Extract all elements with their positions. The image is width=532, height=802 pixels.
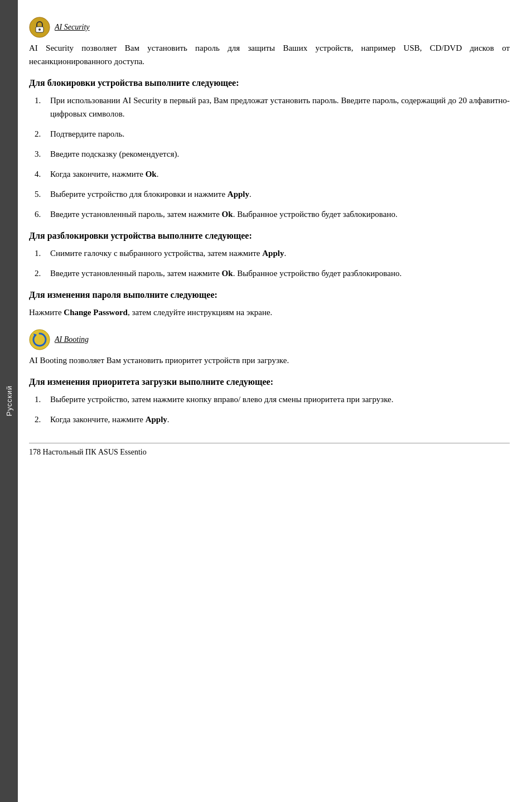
list-content: Выберите устройство, затем нажмите кнопк… <box>50 393 510 406</box>
list-item: 2. Введите установленный пароль, затем н… <box>35 267 510 280</box>
list-number: 2. <box>35 127 50 141</box>
sidebar-label: Русский <box>5 385 13 416</box>
change-password-text: Нажмите Change Password, затем следуйте … <box>29 306 510 319</box>
ai-booting-intro: AI Booting позволяет Вам установить прио… <box>29 354 510 367</box>
list-content: Снимите галочку с выбранного устройства,… <box>50 247 510 260</box>
list-number: 2. <box>35 267 50 280</box>
list-item: 1. Выберите устройство, затем нажмите кн… <box>35 393 510 406</box>
list-item: 2. Подтвердите пароль. <box>35 127 510 141</box>
list-number: 1. <box>35 94 50 120</box>
ai-booting-section: AI Booting AI Booting позволяет Вам уста… <box>29 329 510 426</box>
list-content: Подтвердите пароль. <box>50 127 510 141</box>
list-item: 3. Введите подсказку (рекомендуется). <box>35 147 510 161</box>
list-content: Когда закончите, нажмите Apply. <box>50 413 510 426</box>
unblock-heading: Для разблокировки устройства выполните с… <box>29 231 510 241</box>
svg-point-2 <box>38 28 41 31</box>
ai-booting-icon <box>29 329 50 350</box>
list-number: 4. <box>35 167 50 181</box>
block-steps-list: 1. При использовании AI Security в первы… <box>35 94 510 221</box>
list-item: 4. Когда закончите, нажмите Ok. <box>35 167 510 181</box>
list-content: При использовании AI Security в первый р… <box>50 94 510 120</box>
ai-security-section: AI Security AI Security позволяет Вам ус… <box>29 17 510 319</box>
boot-priority-heading: Для изменения приоритета загрузки выполн… <box>29 377 510 387</box>
ai-booting-icon-row: AI Booting <box>29 329 510 350</box>
list-number: 5. <box>35 187 50 201</box>
list-content: Выберите устройство для блокировки и наж… <box>50 187 510 201</box>
boot-steps-list: 1. Выберите устройство, затем нажмите кн… <box>35 393 510 426</box>
ai-security-label: AI Security <box>55 23 90 32</box>
list-number: 1. <box>35 247 50 260</box>
list-item: 6. Введите установленный пароль, затем н… <box>35 207 510 221</box>
footer-text: 178 Настольный ПК ASUS Essentio <box>29 448 147 456</box>
change-password-heading: Для изменения пароля выполните следующее… <box>29 290 510 300</box>
ai-security-icon-row: AI Security <box>29 17 510 38</box>
list-content: Когда закончите, нажмите Ok. <box>50 167 510 181</box>
ai-security-intro: AI Security позволяет Вам установить пар… <box>29 41 510 68</box>
ai-booting-label: AI Booting <box>55 335 89 344</box>
block-heading: Для блокировки устройства выполните след… <box>29 78 510 88</box>
main-content: AI Security AI Security позволяет Вам ус… <box>29 17 510 490</box>
footer: 178 Настольный ПК ASUS Essentio <box>29 443 510 457</box>
list-content: Введите установленный пароль, затем нажм… <box>50 267 510 280</box>
svg-point-3 <box>30 330 50 350</box>
list-number: 2. <box>35 413 50 426</box>
list-content: Введите подсказку (рекомендуется). <box>50 147 510 161</box>
sidebar: Русский <box>0 0 18 802</box>
ai-security-icon <box>29 17 50 38</box>
list-item: 2. Когда закончите, нажмите Apply. <box>35 413 510 426</box>
unblock-steps-list: 1. Снимите галочку с выбранного устройст… <box>35 247 510 280</box>
list-item: 1. При использовании AI Security в первы… <box>35 94 510 120</box>
list-number: 3. <box>35 147 50 161</box>
list-content: Введите установленный пароль, затем нажм… <box>50 207 510 221</box>
list-item: 5. Выберите устройство для блокировки и … <box>35 187 510 201</box>
list-number: 1. <box>35 393 50 406</box>
list-item: 1. Снимите галочку с выбранного устройст… <box>35 247 510 260</box>
list-number: 6. <box>35 207 50 221</box>
